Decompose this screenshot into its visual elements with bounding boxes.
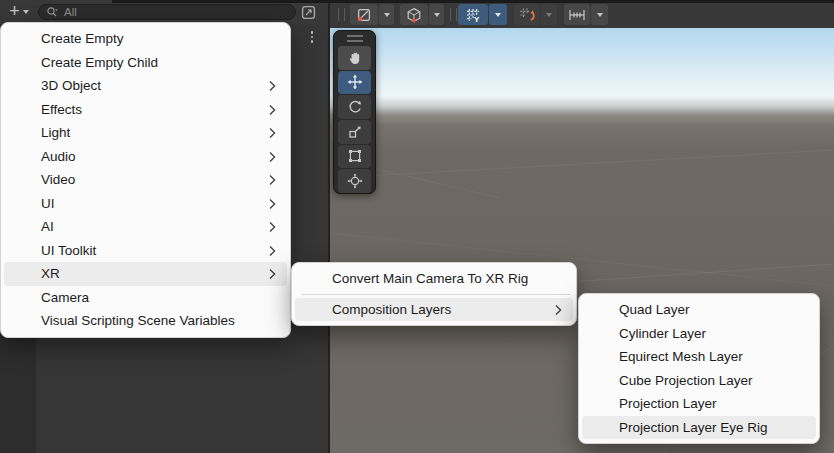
chevron-right-icon: [269, 174, 276, 186]
menu-item-equirect-mesh-layer[interactable]: Equirect Mesh Layer: [582, 345, 816, 369]
tool-handle-pivot-dropdown[interactable]: [379, 4, 394, 25]
orientation-cube-icon: [406, 7, 422, 23]
chevron-right-icon: [269, 245, 276, 257]
chevron-right-icon: [555, 304, 562, 316]
snap-to-grid-dropdown[interactable]: [541, 4, 557, 25]
chevron-down-icon: [546, 13, 552, 17]
tool-handle-pivot-button[interactable]: [350, 4, 378, 25]
tool-settings-drag-handle[interactable]: [338, 8, 345, 21]
menu-item-audio[interactable]: Audio: [4, 145, 287, 169]
chevron-down-icon: [434, 13, 440, 17]
search-input[interactable]: All: [38, 4, 296, 20]
search-icon: [46, 6, 59, 19]
menu-item-composition-layers[interactable]: Composition Layers: [295, 298, 573, 322]
scale-tool-button[interactable]: [338, 120, 371, 144]
menu-item-camera[interactable]: Camera: [4, 286, 287, 310]
tool-handle-orientation-dropdown[interactable]: [429, 4, 444, 25]
rotate-icon: [347, 99, 363, 115]
composition-layers-submenu: Quad Layer Cylinder Layer Equirect Mesh …: [578, 293, 820, 444]
menu-item-ui[interactable]: UI: [4, 192, 287, 216]
open-new-window-icon[interactable]: [300, 4, 317, 21]
chevron-right-icon: [269, 151, 276, 163]
tool-handle-orientation-button[interactable]: [400, 4, 428, 25]
menu-item-visual-scripting-scene-variables[interactable]: Visual Scripting Scene Variables: [4, 309, 287, 333]
chevron-right-icon: [269, 127, 276, 139]
create-context-menu: Create Empty Create Empty Child 3D Objec…: [0, 22, 291, 338]
menu-item-projection-layer[interactable]: Projection Layer: [582, 392, 816, 416]
menu-item-convert-main-camera-to-xr-rig[interactable]: Convert Main Camera To XR Rig: [295, 267, 573, 291]
transform-icon: [347, 173, 363, 189]
scale-icon: [347, 124, 363, 140]
kebab-menu-icon[interactable]: [304, 28, 320, 46]
menu-item-effects[interactable]: Effects: [4, 98, 287, 122]
menu-item-light[interactable]: Light: [4, 121, 287, 145]
snap-increment-dropdown[interactable]: [591, 4, 608, 25]
grid-visibility-dropdown[interactable]: [489, 4, 507, 25]
chevron-down-icon: [597, 13, 603, 17]
plus-icon: +: [9, 2, 20, 20]
snap-increment-button[interactable]: [564, 4, 590, 25]
pivot-icon: [356, 7, 372, 23]
menu-item-cylinder-layer[interactable]: Cylinder Layer: [582, 322, 816, 346]
menu-item-cube-projection-layer[interactable]: Cube Projection Layer: [582, 369, 816, 393]
search-placeholder: All: [64, 6, 77, 18]
chevron-down-icon: [23, 10, 29, 14]
move-icon: [347, 74, 363, 90]
tools-overlay: [333, 30, 376, 194]
snap-grid-icon: [519, 7, 535, 23]
transform-tool-button[interactable]: [338, 169, 371, 193]
hierarchy-toolbar: + All: [0, 0, 328, 24]
menu-item-create-empty-child[interactable]: Create Empty Child: [4, 51, 287, 75]
chevron-right-icon: [269, 198, 276, 210]
menu-item-video[interactable]: Video: [4, 168, 287, 192]
chevron-down-icon: [384, 13, 390, 17]
menu-item-projection-layer-eye-rig[interactable]: Projection Layer Eye Rig: [582, 416, 816, 440]
window-top-edge: [112, 0, 834, 3]
hand-icon: [347, 50, 363, 66]
menu-item-3d-object[interactable]: 3D Object: [4, 74, 287, 98]
xr-submenu: Convert Main Camera To XR Rig Compositio…: [291, 262, 577, 326]
chevron-down-icon: [495, 13, 501, 17]
snap-increment-icon: [568, 8, 586, 22]
move-tool-button[interactable]: [338, 71, 371, 95]
menu-item-ai[interactable]: AI: [4, 215, 287, 239]
rect-icon: [347, 148, 363, 164]
chevron-right-icon: [269, 268, 276, 280]
snap-to-grid-button[interactable]: [514, 4, 540, 25]
grid-y-icon: Y: [465, 7, 481, 23]
unity-editor-window: + All: [0, 0, 834, 453]
scene-toolbar: Y: [330, 0, 834, 28]
menu-item-create-empty[interactable]: Create Empty: [4, 27, 287, 51]
grid-snap-drag-handle[interactable]: [450, 8, 457, 21]
chevron-right-icon: [269, 104, 276, 116]
menu-item-ui-toolkit[interactable]: UI Toolkit: [4, 239, 287, 263]
menu-item-xr[interactable]: XR: [4, 262, 287, 286]
tools-overlay-drag-handle[interactable]: [347, 35, 363, 42]
chevron-right-icon: [269, 80, 276, 92]
view-hand-tool-button[interactable]: [338, 46, 371, 70]
menu-separator: [302, 294, 570, 295]
chevron-right-icon: [269, 221, 276, 233]
rect-tool-button[interactable]: [338, 145, 371, 169]
svg-text:Y: Y: [474, 15, 480, 23]
menu-item-quad-layer[interactable]: Quad Layer: [582, 298, 816, 322]
rotate-tool-button[interactable]: [338, 95, 371, 119]
create-button[interactable]: +: [3, 1, 35, 23]
grid-visibility-button[interactable]: Y: [458, 4, 488, 25]
